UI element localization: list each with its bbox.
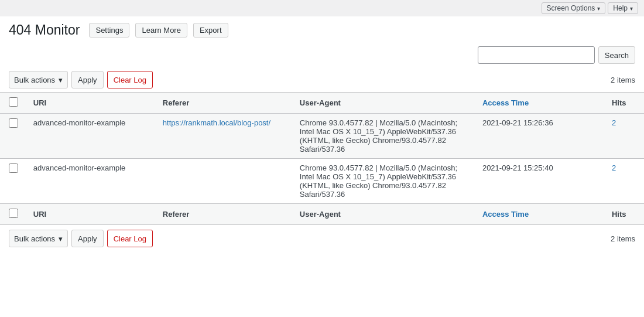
search-area: Search: [0, 42, 644, 69]
bulk-actions-dropdown-bottom[interactable]: Bulk actions ▾: [9, 230, 68, 247]
row-1-useragent: Chrome 93.0.4577.82 | Mozilla/5.0 (Macin…: [294, 114, 477, 159]
toolbar-left-bottom: Bulk actions ▾ Apply Clear Log: [9, 230, 153, 247]
col-header-referer: Referer: [157, 93, 294, 114]
screen-options-caret-icon: ▾: [597, 5, 600, 12]
col-header-accesstime: Access Time: [477, 93, 606, 114]
row-1-hits-link[interactable]: 2: [612, 118, 616, 127]
access-time-sort-link[interactable]: Access Time: [482, 98, 529, 107]
screen-options-label: Screen Options: [547, 4, 595, 12]
bottom-toolbar: Bulk actions ▾ Apply Clear Log 2 items: [0, 227, 644, 250]
header-area: 404 Monitor Settings Learn More Export: [0, 16, 644, 42]
select-all-footer-checkbox[interactable]: [9, 209, 18, 218]
select-all-header: [0, 93, 28, 114]
bulk-actions-caret-icon: ▾: [59, 76, 63, 84]
row-2-checkbox-cell: [0, 159, 28, 204]
item-count-bottom: 2 items: [611, 234, 635, 243]
clear-log-button-top[interactable]: Clear Log: [107, 71, 153, 88]
apply-button-top[interactable]: Apply: [71, 71, 104, 88]
search-input[interactable]: [478, 46, 595, 64]
row-1-referer: https://rankmath.local/blog-post/: [157, 114, 294, 159]
row-2-hits-link[interactable]: 2: [612, 163, 616, 172]
top-toolbar: Bulk actions ▾ Apply Clear Log 2 items: [0, 69, 644, 91]
select-all-footer-header: [0, 204, 28, 225]
row-2-referer: [157, 159, 294, 204]
item-count-top: 2 items: [611, 76, 635, 84]
data-table: URI Referer User-Agent Access Time Hits: [0, 92, 644, 225]
row-2-useragent: Chrome 93.0.4577.82 | Mozilla/5.0 (Macin…: [294, 159, 477, 204]
row-2-accesstime: 2021-09-21 15:25:40: [477, 159, 606, 204]
clear-log-button-bottom[interactable]: Clear Log: [107, 230, 153, 247]
row-1-checkbox-cell: [0, 114, 28, 159]
help-button[interactable]: Help ▾: [608, 2, 638, 14]
bulk-actions-caret-icon-bottom: ▾: [59, 234, 63, 243]
table-row: advanced-monitor-example Chrome 93.0.457…: [0, 159, 644, 204]
row-1-accesstime: 2021-09-21 15:26:36: [477, 114, 606, 159]
screen-options-button[interactable]: Screen Options ▾: [542, 2, 606, 14]
table-header-row: URI Referer User-Agent Access Time Hits: [0, 93, 644, 114]
settings-button[interactable]: Settings: [89, 23, 129, 38]
table-footer-row: URI Referer User-Agent Access Time Hits: [0, 204, 644, 225]
col-header-useragent: User-Agent: [294, 93, 477, 114]
col-footer-referer: Referer: [157, 204, 294, 225]
bulk-actions-dropdown-top[interactable]: Bulk actions ▾: [9, 71, 68, 88]
col-footer-accesstime: Access Time: [477, 204, 606, 225]
learn-more-button[interactable]: Learn More: [135, 23, 187, 38]
col-footer-hits: Hits: [606, 204, 644, 225]
help-caret-icon: ▾: [630, 5, 633, 12]
select-all-checkbox[interactable]: [9, 97, 18, 107]
apply-button-bottom[interactable]: Apply: [71, 230, 104, 247]
row-2-checkbox[interactable]: [9, 163, 18, 173]
row-1-hits: 2: [606, 114, 644, 159]
export-button[interactable]: Export: [193, 23, 228, 38]
table-row: advanced-monitor-example https://rankmat…: [0, 114, 644, 159]
toolbar-left-top: Bulk actions ▾ Apply Clear Log: [9, 71, 153, 88]
row-1-uri: advanced-monitor-example: [28, 114, 157, 159]
col-footer-uri: URI: [28, 204, 157, 225]
search-button[interactable]: Search: [598, 46, 635, 64]
row-2-hits: 2: [606, 159, 644, 204]
help-label: Help: [613, 4, 628, 12]
row-2-uri: advanced-monitor-example: [28, 159, 157, 204]
access-time-sort-link-footer[interactable]: Access Time: [482, 210, 529, 219]
col-footer-useragent: User-Agent: [294, 204, 477, 225]
page-wrapper: Screen Options ▾ Help ▾ 404 Monitor Sett…: [0, 0, 644, 317]
col-header-uri: URI: [28, 93, 157, 114]
page-title: 404 Monitor: [9, 22, 80, 38]
row-1-checkbox[interactable]: [9, 118, 18, 128]
top-bar: Screen Options ▾ Help ▾: [0, 0, 644, 16]
row-1-referer-link[interactable]: https://rankmath.local/blog-post/: [163, 118, 270, 127]
col-header-hits: Hits: [606, 93, 644, 114]
